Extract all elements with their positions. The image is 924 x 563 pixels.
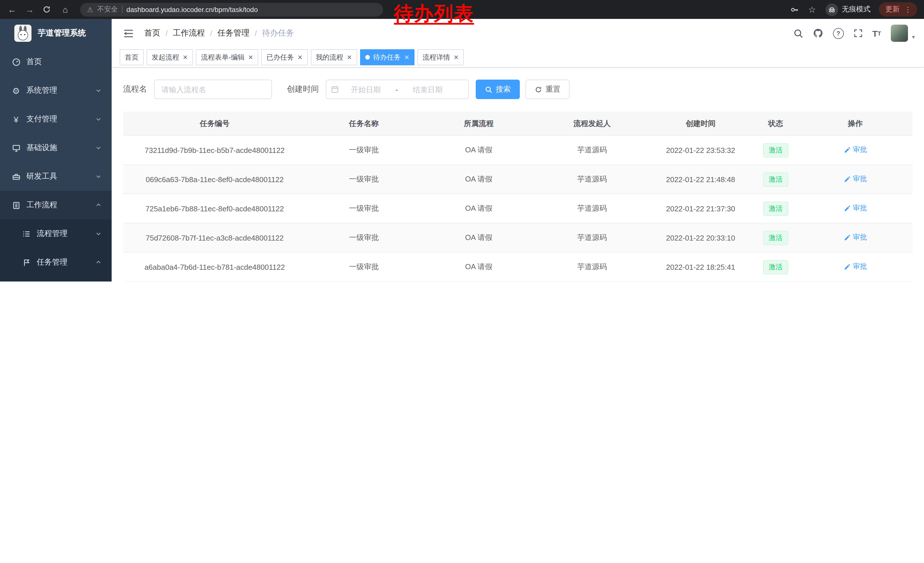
approve-link[interactable]: 审批 (844, 262, 867, 272)
bookmark-star-icon[interactable]: ☆ (807, 4, 817, 15)
app-logo[interactable]: 芋道管理系统 (0, 19, 112, 48)
tab-start-process[interactable]: 发起流程 ✕ (147, 49, 193, 65)
col-task-id: 任务编号 (123, 112, 306, 135)
close-icon[interactable]: ✕ (297, 54, 303, 60)
edit-icon (844, 234, 850, 241)
chevron-down-icon (96, 174, 101, 179)
tags-view: 首页 发起流程 ✕ 流程表单-编辑 ✕ 已办任务 ✕ 我的流程 ✕ (112, 48, 924, 68)
chevron-down-icon (96, 231, 101, 237)
help-icon[interactable]: ? (833, 28, 844, 39)
close-icon[interactable]: ✕ (453, 54, 459, 60)
browser-menu-icon[interactable]: ⋮ (904, 5, 911, 14)
approve-link[interactable]: 审批 (844, 233, 867, 243)
col-initiator: 流程发起人 (536, 112, 648, 135)
url-bar[interactable]: ⚠ 不安全 dashboard.yudao.iocoder.cn/bpm/tas… (80, 3, 383, 17)
col-task-name: 任务名称 (306, 112, 422, 135)
breadcrumb-workflow[interactable]: 工作流程 (173, 28, 205, 38)
breadcrumb-home[interactable]: 首页 (144, 28, 160, 38)
col-created: 创建时间 (648, 112, 753, 135)
refresh-icon (535, 86, 542, 93)
topbar: 首页 / 工作流程 / 任务管理 / 待办任务 ? TT (112, 19, 924, 48)
start-date-input[interactable] (340, 84, 392, 94)
avatar[interactable] (891, 25, 908, 42)
col-status: 状态 (753, 112, 798, 135)
cell-created: 2022-01-22 21:37:30 (648, 194, 753, 223)
main-panel: 首页 / 工作流程 / 任务管理 / 待办任务 ? TT (112, 19, 924, 281)
tab-my-process[interactable]: 我的流程 ✕ (310, 49, 357, 65)
update-label[interactable]: 更新 (885, 5, 900, 14)
update-button[interactable]: 更新 ⋮ (879, 2, 917, 17)
approve-link[interactable]: 审批 (844, 145, 867, 155)
fullscreen-icon[interactable] (853, 29, 862, 38)
date-range-picker[interactable]: - (326, 80, 469, 99)
end-date-input[interactable] (402, 84, 453, 94)
cell-process: OA 请假 (422, 194, 536, 223)
cell-task-id: 75d72608-7b7f-11ec-a3c8-acde48001122 (123, 223, 306, 252)
close-icon[interactable]: ✕ (346, 54, 352, 60)
tab-done-tasks[interactable]: 已办任务 ✕ (261, 49, 308, 65)
close-icon[interactable]: ✕ (248, 54, 253, 60)
back-icon[interactable]: ← (7, 5, 17, 14)
security-label[interactable]: 不安全 (98, 5, 118, 14)
search-icon (485, 86, 492, 93)
monitor-icon (12, 143, 21, 152)
table-body: 73211d9d-7b9b-11ec-b5b7-acde48001122 一级审… (123, 135, 912, 281)
status-badge: 激活 (763, 201, 788, 216)
warning-icon[interactable]: ⚠ (87, 6, 93, 14)
range-separator: - (393, 85, 401, 94)
cell-status: 激活 (753, 165, 798, 194)
close-icon[interactable]: ✕ (404, 54, 410, 60)
sidebar-item-infrastructure[interactable]: 基础设施 (0, 134, 112, 162)
chevron-down-icon (96, 88, 101, 93)
active-tab-dot (365, 55, 370, 60)
url-text[interactable]: dashboard.yudao.iocoder.cn/bpm/task/todo (126, 6, 258, 14)
tab-todo-tasks[interactable]: 待办任务 ✕ (360, 49, 414, 65)
cell-status: 激活 (753, 135, 798, 165)
cell-initiator: 芋道源码 (536, 223, 648, 252)
sidebar-item-task-management[interactable]: 任务管理 (0, 248, 112, 277)
forward-icon[interactable]: → (25, 5, 35, 14)
incognito-badge: 无痕模式 (825, 3, 870, 16)
incognito-icon (825, 3, 838, 16)
approve-link[interactable]: 审批 (844, 204, 867, 213)
sidebar-item-home[interactable]: 首页 (0, 48, 112, 76)
tab-process-detail[interactable]: 流程详情 ✕ (417, 49, 464, 65)
process-name-input[interactable] (154, 80, 272, 99)
search-icon[interactable] (793, 29, 803, 38)
table-row: 75d72608-7b7f-11ec-a3c8-acde48001122 一级审… (123, 223, 912, 252)
cell-action: 审批 (798, 252, 912, 281)
sidebar-item-system[interactable]: ⚙ 系统管理 (0, 76, 112, 105)
breadcrumb-task-management[interactable]: 任务管理 (218, 28, 250, 38)
sidebar-item-workflow[interactable]: 工作流程 (0, 191, 112, 219)
sidebar-item-process-management[interactable]: 流程管理 (0, 219, 112, 248)
approve-link[interactable]: 审批 (844, 174, 867, 184)
reset-button[interactable]: 重置 (525, 80, 570, 99)
reload-icon[interactable] (42, 5, 52, 14)
search-button[interactable]: 搜索 (476, 80, 520, 99)
cell-action: 审批 (798, 194, 912, 223)
filter-bar: 流程名 创建时间 - 搜索 重置 (112, 68, 924, 112)
font-size-icon[interactable]: TT (872, 29, 881, 38)
cell-action: 审批 (798, 135, 912, 165)
close-icon[interactable]: ✕ (183, 54, 188, 60)
chevron-up-icon (96, 260, 101, 265)
key-icon[interactable] (790, 5, 799, 14)
sidebar-item-my-process[interactable]: 我的流程 (0, 277, 112, 281)
sidebar-item-payment[interactable]: ¥ 支付管理 (0, 105, 112, 134)
sidebar-item-devtools[interactable]: 研发工具 (0, 162, 112, 191)
cell-process: OA 请假 (422, 165, 536, 194)
dashboard-icon (12, 57, 21, 66)
tab-process-form-edit[interactable]: 流程表单-编辑 ✕ (196, 49, 258, 65)
clipboard-icon (12, 200, 21, 210)
cell-process: OA 请假 (422, 223, 536, 252)
github-icon[interactable] (813, 28, 823, 38)
cell-task-name: 一级审批 (306, 194, 422, 223)
status-badge: 激活 (763, 143, 788, 157)
home-icon[interactable]: ⌂ (60, 5, 70, 14)
workflow-submenu: 流程管理 任务管理 我的流程 待办任务 (0, 219, 112, 281)
breadcrumb-current: 待办任务 (262, 28, 294, 38)
chevron-up-icon (96, 202, 101, 208)
avatar-caret-icon[interactable]: ▾ (912, 34, 915, 40)
tab-home[interactable]: 首页 (120, 49, 144, 65)
sidebar-collapse-icon[interactable] (121, 28, 136, 39)
